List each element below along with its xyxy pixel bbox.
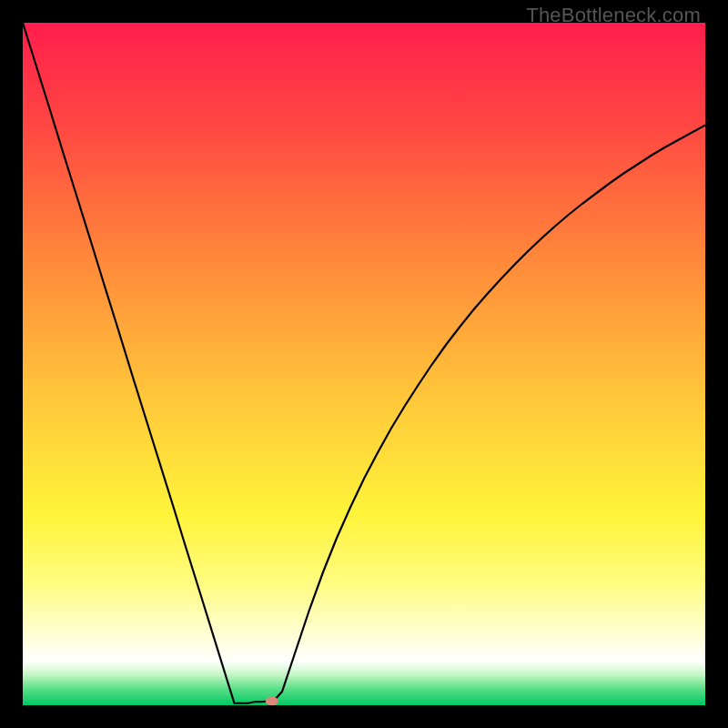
- chart-frame: [23, 23, 705, 705]
- chart-background: [23, 23, 705, 705]
- bottleneck-chart: [23, 23, 705, 705]
